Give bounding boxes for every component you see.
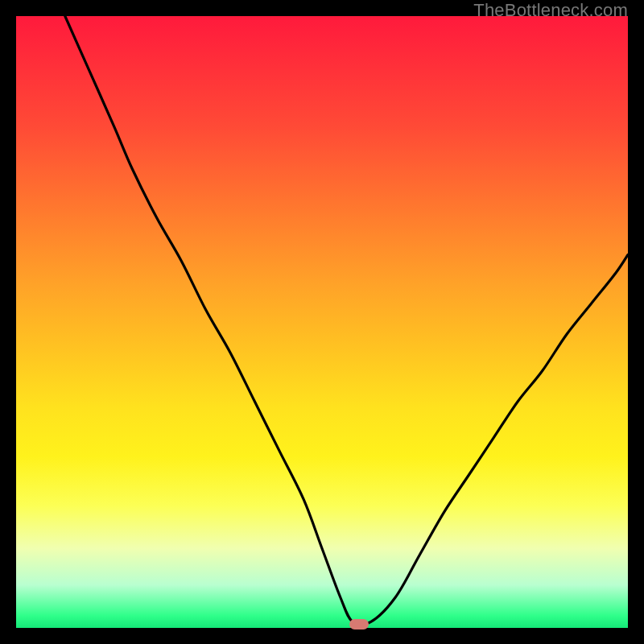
chart-frame: TheBottleneck.com (0, 0, 644, 644)
trough-marker (349, 619, 369, 630)
plot-area (16, 16, 628, 628)
bottleneck-curve (16, 16, 628, 628)
